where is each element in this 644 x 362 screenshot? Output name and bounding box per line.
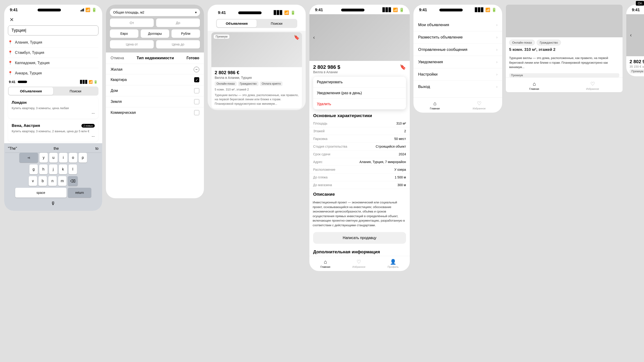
location-item[interactable]: 📍 Каппадокия, Турция [8, 58, 98, 68]
nav-main[interactable]: ⌂ Главная [530, 81, 539, 90]
key-i[interactable]: i [59, 153, 68, 163]
menu-settings[interactable]: Настройки › [414, 68, 502, 81]
return-key[interactable]: return [68, 188, 91, 198]
checkbox-kvartira[interactable]: ✓ [194, 77, 199, 82]
back-button[interactable]: ‹ [313, 34, 315, 40]
suggestion-2[interactable]: the [54, 146, 59, 151]
location-item[interactable]: 📍 Анкара, Турция [8, 68, 98, 78]
key-h[interactable]: h [39, 164, 48, 174]
type-option-dom[interactable]: Дом [106, 85, 204, 96]
more-icon[interactable]: ··· [92, 111, 95, 115]
menu-my-listings[interactable]: Мои объявления › [414, 19, 502, 31]
menu-delete[interactable]: Удалить [313, 99, 406, 109]
new-badge: 2 новых [82, 124, 95, 128]
tag-citizenship[interactable]: Гражданство [537, 40, 561, 45]
close-button[interactable]: ✕ [8, 16, 16, 23]
tag-online[interactable]: Онлайн-показ [509, 40, 535, 45]
type-option-commercial[interactable]: Коммерческая [106, 107, 204, 118]
write-seller-button[interactable]: Написать продавцу [313, 232, 406, 244]
cancel-button[interactable]: Отмена [110, 56, 124, 60]
panel-search: 9:41 📶 🔋 ✕ Турция| 📍 Алания, Турция [4, 5, 102, 211]
kb-row-2: g h j k l [5, 164, 101, 174]
bottom-nav: ⌂ Главная ♡ Избранное 👤 Профиль [310, 256, 410, 271]
nav-profile[interactable]: 👤 Профиль [388, 259, 399, 268]
key-l[interactable]: l [68, 164, 77, 174]
location-item[interactable]: 📍 Алания, Турция [8, 37, 98, 47]
tab-searches-mini[interactable]: Поиски [53, 87, 98, 95]
done-button[interactable]: Готово [187, 56, 199, 60]
tag-online[interactable]: Онлайн-показ [215, 81, 236, 86]
city-name: Лондон [12, 100, 95, 105]
checkbox-dom[interactable] [194, 88, 199, 93]
menu-post-listing[interactable]: Разместить объявление › [414, 31, 502, 44]
search-input[interactable]: Турция| [8, 25, 98, 35]
menu-edit[interactable]: Редактировать [313, 77, 406, 88]
menu-notifications[interactable]: Уведомления › [414, 56, 502, 68]
nav-main[interactable]: ⌂ Главная [320, 259, 330, 268]
type-title: Тип недвижимости [137, 56, 174, 60]
menu-sent-messages[interactable]: Отправленные сообщения › [414, 44, 502, 56]
area-select[interactable]: Общая площадь, м2 ▾ [110, 8, 200, 16]
suggestion-1[interactable]: "The" [8, 146, 17, 151]
location-item[interactable]: 📍 Стамбул, Турция [8, 47, 98, 58]
back-button[interactable]: ‹ [630, 32, 632, 38]
nav-favorites[interactable]: ♡ Избранное [586, 81, 599, 90]
extra-info: Дополнительная информация [310, 247, 410, 256]
more-icon[interactable]: ··· [92, 134, 95, 139]
currency-euro[interactable]: Евро [110, 29, 138, 38]
bookmark-button[interactable]: 🔖 [400, 64, 406, 70]
key-o[interactable]: o [69, 153, 77, 163]
battery-icon: 🔋 [92, 7, 96, 12]
filter-top-area: Общая площадь, м2 ▾ От До Евро Доллары Р… [106, 5, 204, 52]
key-v[interactable]: v [29, 176, 37, 186]
key-n[interactable]: n [48, 176, 57, 186]
from-input[interactable]: От [110, 18, 154, 27]
listing-card: Премиум 🔖 2 802 986 € Вилла в Алании, Ту… [212, 32, 302, 109]
tab-listings[interactable]: Объявления [217, 19, 257, 27]
type-option-kvartira[interactable]: Квартира ✓ [106, 74, 204, 85]
bookmark-button[interactable]: 🔖 [294, 34, 300, 40]
checkbox-commercial[interactable] [194, 110, 199, 115]
checkbox-zemlya[interactable] [194, 99, 199, 104]
city-name: Вена, Австрия [12, 123, 40, 128]
price-row: Цена от Цена до [110, 40, 200, 49]
key-p[interactable]: p [79, 153, 87, 163]
nav-favorites[interactable]: ♡ Избранное [352, 259, 366, 268]
menu-notifications[interactable]: Уведомления (раз в день) [313, 88, 406, 99]
tab-listings-mini[interactable]: Объявления [9, 87, 53, 95]
key-b[interactable]: b [38, 176, 47, 186]
key-j[interactable]: j [49, 164, 58, 174]
key-g[interactable]: g [30, 164, 38, 174]
special-t[interactable]: +t [19, 153, 38, 163]
price-from[interactable]: Цена от [110, 40, 154, 49]
key-u[interactable]: u [49, 153, 58, 163]
collapse-button[interactable]: − [194, 67, 199, 72]
char-area: Площадь 310 м² [310, 120, 410, 127]
person-icon: 👤 [390, 259, 396, 265]
listings-scroll: Премиум 🔖 2 802 986 € Вилла в Алании, Ту… [208, 31, 306, 110]
price-to[interactable]: Цена до [156, 40, 200, 49]
carousel-image: ‹ 🔖 6/10 [626, 14, 644, 56]
tag-crypto[interactable]: Оплата крипто [260, 81, 283, 86]
nav-favorites[interactable]: ♡ Избранное [473, 100, 486, 110]
tag-citizenship[interactable]: Гражданство [238, 81, 258, 86]
suggestion-3[interactable]: to [96, 146, 98, 151]
to-input[interactable]: До [156, 18, 200, 27]
currency-ruble[interactable]: Рубли [171, 29, 200, 38]
menu-logout[interactable]: Выход › [414, 81, 502, 93]
type-option-zemlya[interactable]: Земля [106, 96, 204, 107]
mic-icon[interactable]: 🎙 [51, 201, 56, 206]
listing-desc: Турецкие виллы — это дома, расположенные… [215, 93, 299, 106]
key-y[interactable]: y [40, 153, 48, 163]
tab-searches[interactable]: Поиски [257, 19, 296, 27]
nav-label: Избранное [473, 107, 486, 110]
dynamic-island-3 [238, 11, 262, 14]
currency-dollar[interactable]: Доллары [140, 29, 170, 38]
key-m[interactable]: m [58, 176, 66, 186]
delete-key[interactable]: ⌫ [68, 176, 78, 186]
space-key[interactable]: space [15, 188, 66, 198]
key-k[interactable]: k [59, 164, 67, 174]
wifi-icon: 📶 [86, 7, 90, 12]
char-parking: Парковка 50 мест [310, 135, 410, 143]
nav-main[interactable]: ⌂ Главная [430, 100, 440, 110]
